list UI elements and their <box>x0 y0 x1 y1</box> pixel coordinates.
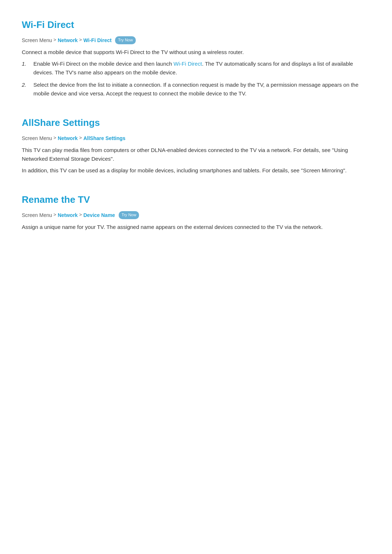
list-text-1: Enable Wi-Fi Direct on the mobile device… <box>33 59 370 77</box>
breadcrumb-separator-1: > <box>53 36 56 44</box>
rename-tv-paragraph: Assign a unique name for your TV. The as… <box>22 223 370 231</box>
try-now-badge-2[interactable]: Try Now <box>119 211 139 219</box>
breadcrumb-network-link-2[interactable]: Network <box>58 134 78 142</box>
allshare-settings-title: AllShare Settings <box>22 115 370 131</box>
breadcrumb-prefix: Screen Menu <box>22 36 52 44</box>
breadcrumb-separator-5: > <box>53 211 56 219</box>
allshare-breadcrumb: Screen Menu > Network > AllShare Setting… <box>22 134 370 142</box>
list-text-before-1: Enable Wi-Fi Direct on the mobile device… <box>33 61 173 67</box>
breadcrumb-wifi-direct-link[interactable]: Wi-Fi Direct <box>83 36 112 44</box>
breadcrumb-separator-3: > <box>53 134 56 142</box>
breadcrumb-separator-4: > <box>79 134 82 142</box>
breadcrumb-allshare-link[interactable]: AllShare Settings <box>83 134 126 142</box>
list-item: 2. Select the device from the list to in… <box>22 81 370 98</box>
wifi-direct-section: Wi-Fi Direct Screen Menu > Network > Wi-… <box>22 17 370 98</box>
wifi-direct-list: 1. Enable Wi-Fi Direct on the mobile dev… <box>22 59 370 98</box>
allshare-settings-section: AllShare Settings Screen Menu > Network … <box>22 115 370 175</box>
allshare-paragraph-2: In addition, this TV can be used as a di… <box>22 166 370 175</box>
wifi-direct-intro: Connect a mobile device that supports Wi… <box>22 48 370 57</box>
breadcrumb-network-link-1[interactable]: Network <box>58 36 78 44</box>
breadcrumb-prefix-3: Screen Menu <box>22 211 52 219</box>
rename-tv-title: Rename the TV <box>22 192 370 208</box>
list-item: 1. Enable Wi-Fi Direct on the mobile dev… <box>22 59 370 77</box>
breadcrumb-prefix-2: Screen Menu <box>22 134 52 142</box>
allshare-paragraph-1: This TV can play media files from comput… <box>22 146 370 163</box>
try-now-badge-1[interactable]: Try Now <box>115 36 136 44</box>
rename-tv-section: Rename the TV Screen Menu > Network > De… <box>22 192 370 231</box>
wifi-direct-title: Wi-Fi Direct <box>22 17 370 33</box>
breadcrumb-separator-6: > <box>79 211 82 219</box>
breadcrumb-separator-2: > <box>79 36 82 44</box>
list-text-2: Select the device from the list to initi… <box>33 81 370 98</box>
breadcrumb-device-name-link[interactable]: Device Name <box>83 211 115 219</box>
list-number-1: 1. <box>22 59 29 77</box>
wifi-direct-inline-link[interactable]: Wi-Fi Direct <box>173 61 202 67</box>
wifi-direct-breadcrumb: Screen Menu > Network > Wi-Fi Direct Try… <box>22 36 370 44</box>
list-number-2: 2. <box>22 81 29 98</box>
rename-tv-breadcrumb: Screen Menu > Network > Device Name Try … <box>22 211 370 219</box>
breadcrumb-network-link-3[interactable]: Network <box>58 211 78 219</box>
